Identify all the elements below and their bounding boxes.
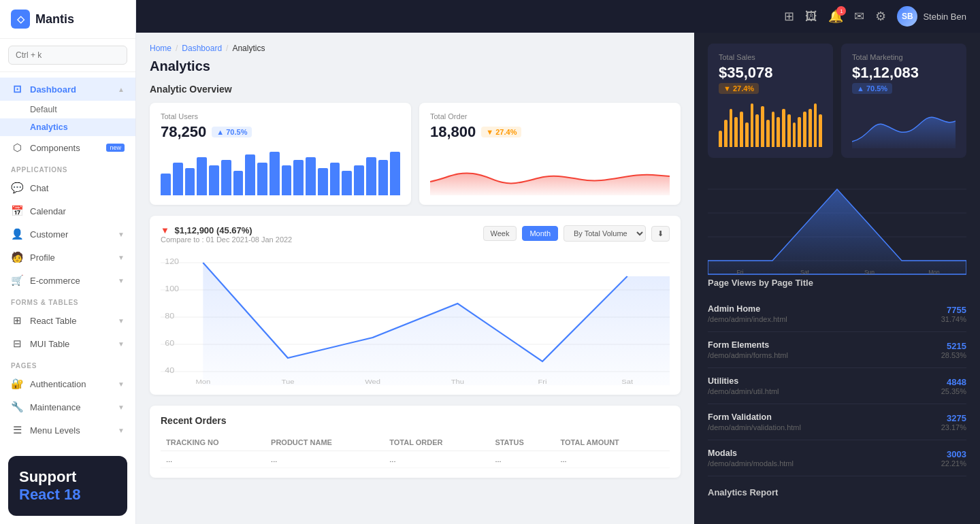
page-view-info: Modals /demo/admin/modals.html [708, 448, 941, 468]
metric-cards: Total Users 78,250 ▲ 70.5% Total Order 1… [150, 103, 681, 205]
svg-text:Fri: Fri [538, 378, 546, 385]
bar [766, 120, 770, 147]
page-view-info: Form Validation /demo/admin/validation.h… [708, 412, 941, 431]
sidebar-item-dashboard[interactable]: ⊡ Dashboard ▲ [0, 78, 135, 101]
svg-text:80: 80 [165, 312, 174, 320]
sidebar-item-customer[interactable]: 👤 Customer ▼ [0, 223, 135, 246]
bar [814, 103, 817, 147]
dark-area-chart-marketing [852, 101, 956, 148]
orders-table: TRACKING NO PRODUCT NAME TOTAL ORDER STA… [161, 434, 670, 468]
dark-metric-label: Total Marketing [852, 53, 956, 61]
bar [803, 112, 806, 147]
col-total-amount: TOTAL AMOUNT [555, 434, 670, 451]
dark-metric-cards: Total Sales $35,078 ▼ 27.4% Total Market… [708, 44, 966, 158]
dark-metric-card-sales: Total Sales $35,078 ▼ 27.4% [708, 44, 833, 158]
sidebar-item-label: MUI Table [30, 339, 69, 349]
svg-text:Fri: Fri [737, 269, 744, 276]
bar [366, 157, 376, 195]
dark-bar-chart-sales [719, 99, 822, 147]
analytic-overview-title: Analytic Overview [150, 84, 681, 95]
notification-icon[interactable]: 🔔 1 [828, 9, 843, 24]
profile-icon: 🧑 [11, 251, 23, 263]
sidebar-item-components[interactable]: ⬡ Components new [0, 136, 135, 159]
page-view-count: 7755 [941, 305, 966, 315]
month-button[interactable]: Month [522, 226, 558, 241]
page-view-info: Utilities /demo/admin/util.html [708, 376, 941, 395]
download-button[interactable]: ⬇ [651, 226, 670, 242]
forms-tables-section-label: Forms & Tables [0, 292, 135, 309]
page-view-pct: 23.17% [941, 423, 966, 431]
svg-text:Sat: Sat [800, 269, 809, 276]
sidebar: ◇ Mantis ⊡ Dashboard ▲ Default Analytics… [0, 0, 136, 524]
support-card: Support React 18 [8, 456, 127, 516]
chevron-down-icon: ▼ [118, 317, 125, 325]
page-view-url: /demo/admin/util.html [708, 387, 941, 395]
sidebar-item-calendar[interactable]: 📅 Calendar [0, 199, 135, 223]
area-chart-orders [430, 148, 670, 195]
sidebar-item-label: Chat [30, 183, 48, 193]
analytics-report-title: Analytics Report [708, 487, 966, 497]
bar [819, 114, 822, 147]
page-view-name: Modals [708, 448, 941, 458]
page-view-pct: 28.53% [941, 351, 966, 359]
bar [342, 171, 352, 195]
income-line-chart: 120 100 80 60 40 [161, 249, 670, 385]
bar [209, 165, 219, 195]
svg-text:40: 40 [165, 367, 174, 374]
bar [378, 160, 389, 195]
breadcrumb-current: Analytics [232, 44, 265, 53]
search-input[interactable] [8, 46, 127, 65]
breadcrumb-home[interactable]: Home [150, 44, 172, 53]
mui-table-icon: ⊟ [11, 338, 23, 350]
bar-chart-users [161, 148, 400, 195]
support-subtitle: React 18 [19, 486, 116, 504]
bar [761, 106, 764, 147]
volume-dropdown[interactable]: By Total Volume [564, 225, 646, 242]
sidebar-item-maintenance[interactable]: 🔧 Maintenance ▼ [0, 395, 135, 419]
bar [330, 163, 340, 195]
page-view-name: Utilities [708, 376, 941, 386]
breadcrumb-dashboard[interactable]: Dashboard [182, 44, 222, 53]
svg-text:Mon: Mon [195, 378, 210, 385]
dashboard-icon: ⊡ [11, 83, 23, 95]
bar [751, 103, 754, 147]
mail-icon[interactable]: ✉ [854, 9, 864, 24]
income-controls: Week Month By Total Volume ⬇ [483, 225, 670, 242]
sidebar-sub-item-default[interactable]: Default [0, 101, 135, 118]
customer-icon: 👤 [11, 228, 23, 240]
sidebar-item-label: E-commerce [30, 276, 80, 286]
dark-metric-badge: ▼ 27.4% [719, 83, 759, 94]
sidebar-item-ecommerce[interactable]: 🛒 E-commerce ▼ [0, 269, 135, 292]
page-view-stats: 4848 25.35% [941, 377, 966, 395]
image-icon[interactable]: 🖼 [805, 10, 817, 24]
sidebar-sub-item-analytics[interactable]: Analytics [0, 118, 135, 136]
right-panel: Total Sales $35,078 ▼ 27.4% Total Market… [694, 33, 980, 524]
bar [318, 168, 328, 195]
svg-text:Sun: Sun [864, 269, 875, 276]
settings-icon[interactable]: ⚙ [875, 9, 886, 24]
sidebar-item-chat[interactable]: 💬 Chat [0, 176, 135, 199]
apps-icon[interactable]: ⊞ [784, 9, 794, 24]
components-badge: new [106, 144, 125, 152]
page-view-url: /demo/admin/validation.html [708, 423, 941, 431]
sidebar-item-profile[interactable]: 🧑 Profile ▼ [0, 246, 135, 269]
page-view-pct: 25.35% [941, 387, 966, 395]
bar [787, 114, 791, 147]
dark-metric-value: $35,078 [719, 64, 822, 82]
sidebar-item-mui-table[interactable]: ⊟ MUI Table ▼ [0, 332, 135, 355]
sidebar-item-react-table[interactable]: ⊞ React Table ▼ [0, 309, 135, 332]
svg-text:60: 60 [165, 340, 174, 347]
col-status: STATUS [489, 434, 555, 451]
metric-badge: ▲ 70.5% [212, 127, 252, 137]
metric-value: 18,800 ▼ 27.4% [430, 123, 670, 141]
page-view-stats: 5215 28.53% [941, 341, 966, 359]
col-total-order: TOTAL ORDER [384, 434, 489, 451]
income-amount: ▼ $1,12,900 (45.67%) [161, 225, 292, 235]
svg-text:Mon: Mon [928, 269, 940, 276]
week-button[interactable]: Week [483, 226, 517, 241]
sidebar-item-authentication[interactable]: 🔐 Authentication ▼ [0, 372, 135, 395]
user-menu[interactable]: SB Stebin Ben [897, 6, 966, 27]
bar [306, 157, 316, 195]
dark-metric-card-marketing: Total Marketing $1,12,083 ▲ 70.5% [841, 44, 966, 158]
sidebar-item-menu-levels[interactable]: ☰ Menu Levels ▼ [0, 419, 135, 442]
